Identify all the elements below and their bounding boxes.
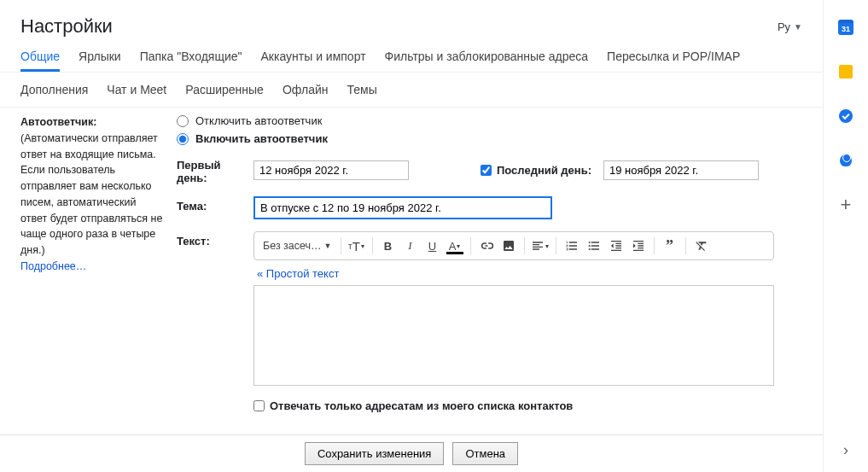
calendar-addon[interactable]: 31 [837,19,854,36]
body-label: Текст: [177,231,247,412]
keep-addon[interactable] [837,63,854,80]
numbered-list-icon [565,239,579,253]
radio-autoresponder-on-label: Включить автоответчик [195,132,328,145]
first-day-label: Первый день: [177,155,247,184]
last-day-input[interactable] [603,160,759,180]
bullet-list-button[interactable] [584,235,604,257]
tab-offline[interactable]: Офлайн [283,83,329,96]
side-panel: 31 + › [824,0,868,472]
contacts-only-label: Отвечать только адресатам из моего списк… [270,399,573,412]
learn-more-link[interactable]: Подробнее… [20,259,163,275]
section-description: Автоответчик: (Автоматически отправляет … [0,108,166,472]
subject-label: Тема: [177,196,247,219]
tab-filters[interactable]: Фильтры и заблокированные адреса [385,50,589,72]
editor-toolbar: Без засеч… ▼ тT▾ B I U A▾ [253,231,774,260]
quote-button[interactable]: ” [660,235,680,257]
indent-less-button[interactable] [606,235,626,257]
last-day-label: Последний день: [497,164,591,177]
get-addons-button[interactable]: + [837,196,854,213]
first-day-input[interactable] [253,160,409,180]
indent-more-button[interactable] [628,235,649,257]
footer-actions: Сохранить изменения Отмена [0,434,823,472]
radio-autoresponder-on[interactable] [177,133,189,145]
tab-themes[interactable]: Темы [347,83,376,96]
tab-chat[interactable]: Чат и Meet [107,83,166,96]
toolbar-separator [556,237,556,254]
bullet-list-icon [587,239,601,253]
subject-input[interactable] [253,196,552,219]
indent-less-icon [609,239,623,253]
plain-text-link[interactable]: « Простой текст [257,267,339,280]
tasks-addon[interactable] [837,108,854,125]
toolbar-separator [341,237,341,254]
autoresponder-title: Автоответчик: [20,114,163,131]
chevron-down-icon: ▼ [794,22,802,32]
page-title: Настройки [20,15,113,38]
link-button[interactable] [476,235,497,257]
settings-tabs-row-2: Дополнения Чат и Meet Расширенные Офлайн… [0,73,823,107]
last-day-checkbox[interactable] [481,165,492,176]
image-icon [502,239,516,253]
contacts-icon [840,154,852,166]
remove-formatting-icon [695,239,708,253]
toolbar-separator [685,237,686,254]
remove-formatting-button[interactable] [691,235,712,257]
tab-forwarding[interactable]: Пересылка и POP/IMAP [607,50,740,72]
text-color-button[interactable]: A▾ [445,235,465,257]
save-button[interactable]: Сохранить изменения [305,442,445,465]
font-family-selector[interactable]: Без засеч… ▼ [259,240,335,252]
tasks-icon [839,109,853,123]
radio-autoresponder-off[interactable] [177,115,189,127]
toolbar-separator [470,237,471,254]
language-selector[interactable]: Ру ▼ [778,20,802,33]
toolbar-separator [372,237,373,254]
italic-button[interactable]: I [400,235,421,257]
contacts-addon[interactable] [837,152,854,169]
tab-addons[interactable]: Дополнения [20,83,88,96]
toolbar-separator [654,237,655,254]
chevron-down-icon: ▼ [324,242,332,250]
indent-more-icon [632,239,645,253]
radio-autoresponder-off-label: Отключить автоответчик [195,114,322,127]
collapse-sidepanel-button[interactable]: › [837,441,854,458]
tab-general[interactable]: Общие [20,50,60,72]
cancel-button[interactable]: Отмена [452,442,518,465]
image-button[interactable] [498,235,519,257]
tab-advanced[interactable]: Расширенные [185,83,264,96]
plus-icon: + [841,194,852,216]
align-button[interactable]: ▾ [530,235,551,257]
tab-accounts[interactable]: Аккаунты и импорт [261,50,366,72]
align-left-icon [531,239,545,253]
settings-tabs-row-1: Общие Ярлыки Папка "Входящие" Аккаунты и… [0,46,823,73]
toolbar-separator [524,237,525,254]
contacts-only-checkbox[interactable] [253,400,265,411]
underline-button[interactable]: U [422,235,443,257]
link-icon [479,238,494,253]
chevron-right-icon: › [843,441,848,459]
autoresponder-description: (Автоматически отправляет ответ на входя… [20,131,163,259]
numbered-list-button[interactable] [562,235,582,257]
tab-inbox[interactable]: Папка "Входящие" [140,50,242,72]
message-body-editor[interactable] [253,285,774,386]
bold-button[interactable]: B [378,235,399,257]
font-family-label: Без засеч… [263,240,322,252]
calendar-icon: 31 [838,20,853,35]
language-label: Ру [778,20,790,33]
tab-labels[interactable]: Ярлыки [79,50,121,72]
font-size-button[interactable]: тT▾ [347,235,367,257]
keep-icon [839,65,853,79]
